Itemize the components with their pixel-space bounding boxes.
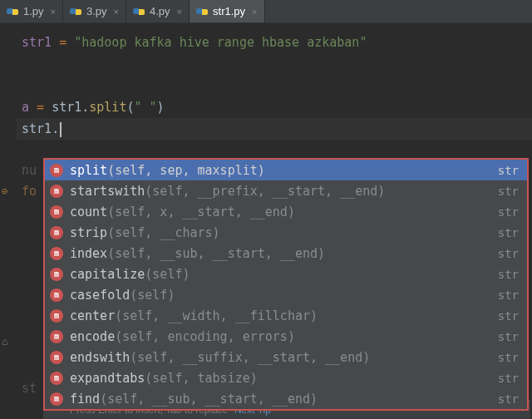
faded-text: nu xyxy=(22,163,37,178)
tab-3[interactable]: 3.py × xyxy=(63,0,126,22)
completion-name: expandtabs xyxy=(70,371,145,386)
method-icon: m xyxy=(50,309,63,323)
tab-label: str1.py xyxy=(213,5,245,17)
completion-name: strip xyxy=(70,225,107,240)
close-icon[interactable]: × xyxy=(177,7,182,17)
completion-params: (self, sep, maxsplit) xyxy=(107,163,265,178)
autocomplete-popup[interactable]: msplit(self, sep, maxsplit)strmstartswit… xyxy=(43,158,529,411)
tab-label: 1.py xyxy=(23,5,44,17)
code-line: a = str1.split(" ") xyxy=(17,96,532,118)
tab-4[interactable]: 4.py × xyxy=(126,0,190,22)
method-icon: m xyxy=(50,351,63,364)
completion-item[interactable]: mendswith(self, __suffix, __start, __end… xyxy=(45,347,527,367)
completion-params: (self) xyxy=(130,288,175,303)
completion-return-type: str xyxy=(498,268,519,281)
completion-item[interactable]: mencode(self, encoding, errors)str xyxy=(45,326,527,347)
method-icon: m xyxy=(50,288,63,302)
completion-params: (self, __sub, __start, __end) xyxy=(100,392,318,407)
python-icon xyxy=(70,6,81,17)
gutter-mark-icon: ⊖ xyxy=(2,185,7,197)
completion-name: capitalize xyxy=(70,267,145,282)
method-icon: m xyxy=(50,372,63,385)
method-icon: m xyxy=(50,164,63,177)
completion-return-type: str xyxy=(498,247,519,260)
completion-item[interactable]: mindex(self, __sub, __start, __end)str xyxy=(45,243,527,264)
completion-name: endswith xyxy=(70,350,130,365)
completion-item[interactable]: mfind(self, __sub, __start, __end)str xyxy=(45,388,527,409)
completion-name: split xyxy=(70,163,107,178)
completion-item[interactable]: mcapitalize(self)str xyxy=(45,264,527,284)
completion-name: casefold xyxy=(70,288,130,303)
code-line-active: str1. xyxy=(17,118,532,140)
completion-return-type: str xyxy=(498,351,519,364)
python-icon xyxy=(7,6,18,17)
completion-params: (self, __width, __fillchar) xyxy=(115,308,318,323)
gutter-mark-icon: ⌂ xyxy=(2,336,7,348)
completion-item[interactable]: mstartswith(self, __prefix, __start, __e… xyxy=(45,180,527,201)
faded-text: st xyxy=(22,381,37,396)
completion-item[interactable]: mcount(self, x, __start, __end)str xyxy=(45,201,527,222)
completion-name: count xyxy=(70,205,107,219)
close-icon[interactable]: × xyxy=(51,7,56,17)
code-editor[interactable]: str1 = "hadoop kafka hive range hbase az… xyxy=(0,23,532,419)
completion-item[interactable]: mcenter(self, __width, __fillchar)str xyxy=(45,305,527,326)
completion-name: find xyxy=(70,392,100,407)
completion-name: index xyxy=(70,246,107,261)
completion-name: startswith xyxy=(70,184,145,199)
tab-bar: 1.py × 3.py × 4.py × str1.py × xyxy=(0,0,532,23)
faded-text: fo xyxy=(22,184,37,199)
completion-params: (self, encoding, errors) xyxy=(115,329,295,344)
completion-return-type: str xyxy=(498,309,519,323)
tab-1[interactable]: 1.py × xyxy=(0,0,63,22)
completion-item[interactable]: mexpandtabs(self, tabsize)str xyxy=(45,367,527,388)
completion-name: encode xyxy=(70,329,115,344)
completion-params: (self, x, __start, __end) xyxy=(107,205,295,219)
completion-item[interactable]: mstrip(self, __chars)str xyxy=(45,222,527,243)
completion-params: (self, __sub, __start, __end) xyxy=(107,246,325,261)
method-icon: m xyxy=(50,226,63,239)
code-line xyxy=(17,75,532,96)
completion-return-type: str xyxy=(498,330,519,343)
code-line: str1 = "hadoop kafka hive range hbase az… xyxy=(17,32,532,53)
method-icon: m xyxy=(50,268,63,281)
code-line xyxy=(17,53,532,75)
tab-str1[interactable]: str1.py × xyxy=(190,0,264,22)
completion-params: (self) xyxy=(145,267,190,282)
method-icon: m xyxy=(50,185,63,198)
completion-return-type: str xyxy=(498,288,519,302)
completion-params: (self, __prefix, __start, __end) xyxy=(145,184,385,199)
python-icon xyxy=(133,6,145,17)
completion-return-type: str xyxy=(498,372,519,385)
completion-return-type: str xyxy=(498,185,519,198)
tab-label: 4.py xyxy=(150,5,170,17)
completion-return-type: str xyxy=(498,226,519,239)
completion-name: center xyxy=(70,308,115,323)
completion-return-type: str xyxy=(498,164,519,177)
method-icon: m xyxy=(50,392,63,406)
tab-label: 3.py xyxy=(86,5,107,17)
completion-return-type: str xyxy=(498,392,519,406)
close-icon[interactable]: × xyxy=(114,7,119,17)
close-icon[interactable]: × xyxy=(252,7,257,17)
completion-params: (self, __suffix, __start, __end) xyxy=(130,350,370,365)
method-icon: m xyxy=(50,205,63,219)
completion-item[interactable]: msplit(self, sep, maxsplit)str xyxy=(45,160,527,180)
python-icon xyxy=(196,6,208,17)
text-cursor xyxy=(60,122,62,137)
method-icon: m xyxy=(50,330,63,343)
completion-params: (self, tabsize) xyxy=(145,371,257,386)
method-icon: m xyxy=(50,247,63,260)
completion-params: (self, __chars) xyxy=(107,225,219,240)
completion-item[interactable]: mcasefold(self)str xyxy=(45,284,527,305)
completion-return-type: str xyxy=(498,205,519,219)
